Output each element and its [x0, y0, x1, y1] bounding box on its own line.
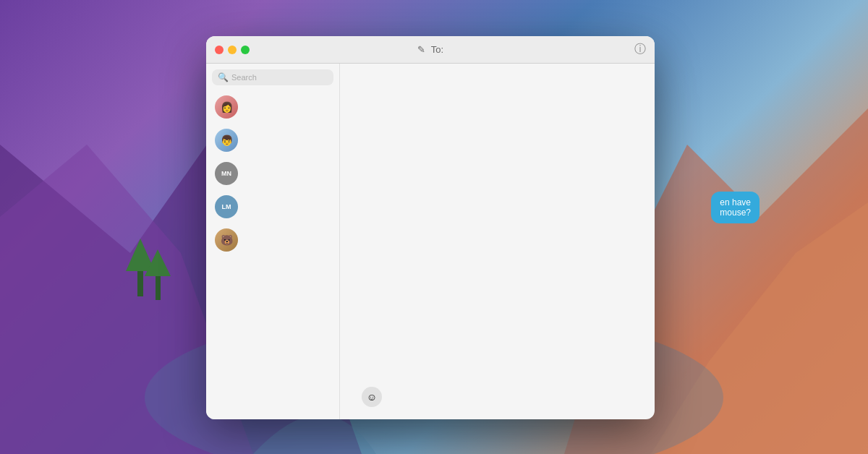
contact-item[interactable]: 👦	[212, 124, 333, 156]
close-button[interactable]	[215, 46, 224, 54]
search-area: 🔍 Search 👩 👦 MN LM 🐻	[206, 64, 340, 419]
contact-item-bottom[interactable]: 🐻	[212, 224, 333, 256]
contact-item[interactable]: 👩	[212, 91, 333, 123]
info-icon[interactable]: ⓘ	[634, 42, 646, 57]
chat-text-1: en have	[720, 197, 751, 207]
minimize-button[interactable]	[228, 46, 237, 54]
chat-bubble: en have mouse?	[711, 192, 760, 223]
contact-list: 👩 👦 MN LM 🐻	[212, 91, 333, 256]
contact-item-lm[interactable]: LM	[212, 191, 333, 223]
search-placeholder: Search	[231, 73, 257, 82]
avatar: 👦	[215, 129, 238, 152]
window-main-content: 🔍 Search 👩 👦 MN LM 🐻	[206, 64, 655, 419]
emoji-button[interactable]: ☺	[362, 387, 382, 407]
avatar-bottom: 🐻	[215, 228, 238, 252]
maximize-button[interactable]	[241, 46, 250, 54]
bottom-bar: ☺	[362, 387, 382, 407]
search-icon: 🔍	[218, 72, 229, 82]
to-label: To:	[431, 44, 443, 55]
messages-window: ✎ To: ⓘ 🔍 Search 👩 👦 MN	[206, 36, 655, 419]
avatar-mn: MN	[215, 162, 238, 185]
traffic-lights	[215, 46, 250, 54]
avatar-lm: LM	[215, 195, 238, 218]
titlebar-center: ✎ To:	[417, 44, 443, 55]
contact-item-mn[interactable]: MN	[212, 158, 333, 189]
search-box[interactable]: 🔍 Search	[212, 69, 333, 85]
compose-icon[interactable]: ✎	[417, 44, 425, 55]
avatar: 👩	[215, 95, 238, 119]
titlebar-info: ⓘ	[634, 42, 646, 57]
window-titlebar: ✎ To: ⓘ	[206, 36, 655, 64]
chat-text-2: mouse?	[720, 207, 751, 218]
